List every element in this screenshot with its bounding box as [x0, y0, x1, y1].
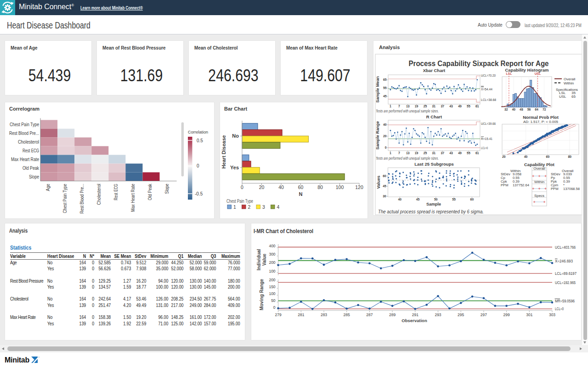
- svg-text:60: 60: [470, 198, 474, 201]
- svg-text:279: 279: [275, 312, 282, 317]
- svg-text:65: 65: [383, 78, 387, 81]
- svg-text:Old Peak: Old Peak: [147, 184, 153, 201]
- svg-text:32: 32: [504, 108, 508, 111]
- svg-text:25: 25: [424, 105, 427, 108]
- svg-text:UCL=403.766: UCL=403.766: [555, 245, 576, 250]
- svg-text:UCL=192.965: UCL=192.965: [555, 280, 576, 285]
- svg-text:The actual process spread is r: The actual process spread is represented…: [378, 209, 484, 214]
- svg-text:301: 301: [526, 312, 532, 317]
- svg-text:60: 60: [383, 174, 386, 178]
- svg-text:Sample: Sample: [426, 202, 441, 206]
- svg-text:Specs: Specs: [534, 194, 544, 198]
- svg-text:299: 299: [503, 312, 510, 317]
- svg-text:31: 31: [432, 151, 436, 155]
- svg-text:1: 1: [390, 151, 391, 155]
- svg-text:Tests are performed with unequ: Tests are performed with unequal sample …: [376, 156, 439, 161]
- svg-text:Rest ECG: Rest ECG: [113, 184, 119, 200]
- svg-text:61: 61: [475, 151, 479, 155]
- svg-text:Rest ECG: Rest ECG: [23, 148, 39, 153]
- svg-text:Rest Blood Pre...: Rest Blood Pre...: [79, 184, 85, 214]
- svg-text:200: 200: [269, 260, 275, 265]
- svg-text:100: 100: [336, 184, 344, 190]
- svg-text:Process Capability Sixpack Rep: Process Capability Sixpack Report for Ag…: [409, 59, 549, 67]
- svg-text:55: 55: [467, 105, 470, 108]
- svg-text:45: 45: [383, 184, 386, 188]
- svg-text:19: 19: [415, 151, 418, 155]
- svg-text:64: 64: [535, 108, 538, 111]
- svg-text:49: 49: [458, 151, 462, 155]
- svg-text:1: 1: [233, 204, 236, 210]
- svg-text:120: 120: [355, 184, 363, 190]
- svg-text:19: 19: [415, 105, 418, 108]
- svg-text:R=15.41: R=15.41: [481, 137, 492, 141]
- svg-text:UCL=39.66: UCL=39.66: [481, 122, 496, 126]
- svg-text:137752.64: 137752.64: [513, 183, 529, 187]
- svg-text:37: 37: [441, 105, 444, 108]
- svg-text:USL: USL: [559, 95, 566, 99]
- svg-text:13: 13: [406, 151, 410, 155]
- svg-text:PPM: PPM: [551, 187, 558, 191]
- svg-text:Overall: Overall: [533, 167, 545, 171]
- svg-text:30: 30: [383, 195, 386, 198]
- svg-text:291: 291: [412, 312, 418, 317]
- svg-text:7: 7: [398, 105, 400, 108]
- svg-text:Moving Range: Moving Range: [259, 279, 264, 310]
- svg-text:40: 40: [278, 184, 284, 190]
- svg-text:300: 300: [269, 252, 275, 256]
- svg-text:80: 80: [317, 184, 323, 190]
- svg-text:285: 285: [344, 312, 350, 317]
- svg-text:Max Heart Rate: Max Heart Rate: [11, 157, 39, 162]
- svg-text:3: 3: [262, 204, 265, 210]
- svg-text:UCL=70.20: UCL=70.20: [481, 73, 496, 78]
- svg-text:Values: Values: [376, 176, 381, 189]
- svg-text:-0.5: -0.5: [195, 191, 203, 196]
- svg-text:0.5: 0.5: [197, 138, 203, 143]
- svg-text:45: 45: [416, 198, 420, 201]
- svg-text:20: 20: [502, 155, 506, 158]
- svg-text:Correlation: Correlation: [188, 130, 208, 134]
- svg-text:4: 4: [277, 204, 280, 210]
- svg-text:Last 25 Subgroups: Last 25 Subgroups: [414, 162, 454, 167]
- svg-text:61: 61: [475, 105, 479, 108]
- svg-text:LSL: LSL: [506, 72, 512, 75]
- svg-text:LCL=0: LCL=0: [555, 307, 564, 311]
- svg-text:Rest Blood Pre...: Rest Blood Pre...: [9, 131, 39, 136]
- svg-text:293: 293: [435, 312, 441, 317]
- svg-text:R Chart: R Chart: [426, 114, 442, 119]
- svg-text:50: 50: [271, 298, 276, 303]
- svg-text:55: 55: [467, 151, 470, 155]
- svg-text:AD: 1.517, P: < 0.005: AD: 1.517, P: < 0.005: [523, 120, 559, 124]
- svg-text:303: 303: [549, 312, 555, 317]
- svg-text:X=54.44: X=54.44: [481, 87, 492, 91]
- svg-text:137068.58: 137068.58: [563, 187, 580, 191]
- svg-text:43: 43: [449, 151, 453, 155]
- svg-text:100: 100: [269, 291, 275, 296]
- svg-text:Yes: Yes: [230, 165, 239, 170]
- svg-text:100: 100: [269, 269, 275, 273]
- svg-text:Value: Value: [262, 254, 267, 266]
- svg-text:PPM: PPM: [501, 183, 508, 187]
- svg-text:Individual: Individual: [256, 249, 261, 270]
- svg-text:289: 289: [389, 312, 396, 317]
- svg-text:Observation: Observation: [401, 318, 427, 323]
- svg-text:0: 0: [241, 184, 243, 190]
- svg-text:31: 31: [432, 105, 436, 108]
- svg-text:Chest Pain Type: Chest Pain Type: [226, 198, 253, 204]
- svg-text:LCL=89.6197: LCL=89.6197: [555, 271, 577, 276]
- svg-text:Within: Within: [534, 180, 544, 184]
- svg-text:Sample Range: Sample Range: [375, 121, 380, 150]
- svg-text:150: 150: [269, 284, 275, 289]
- svg-text:Age: Age: [45, 184, 51, 191]
- svg-text:0: 0: [197, 163, 199, 168]
- svg-text:25: 25: [424, 151, 427, 155]
- svg-text:43: 43: [449, 105, 453, 108]
- svg-text:80: 80: [568, 155, 571, 158]
- svg-text:40: 40: [398, 198, 401, 201]
- svg-text:2: 2: [248, 204, 251, 210]
- svg-text:287: 287: [366, 312, 373, 317]
- svg-text:N: N: [299, 191, 303, 197]
- svg-text:1: 1: [390, 105, 391, 108]
- svg-text:Sample Mean: Sample Mean: [375, 76, 380, 103]
- svg-text:Heart Disease: Heart Disease: [221, 135, 226, 169]
- svg-text:7: 7: [398, 151, 400, 155]
